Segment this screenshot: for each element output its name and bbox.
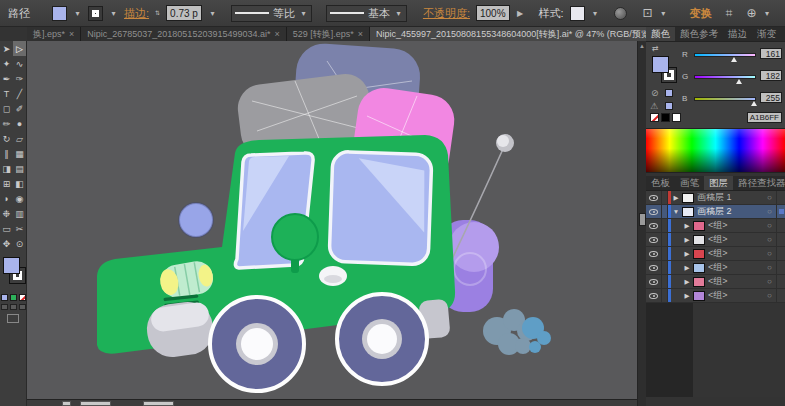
stroke-dropdown-icon[interactable]: ▾ <box>109 9 118 18</box>
hex-value[interactable]: A1B6FF <box>747 112 782 123</box>
tool-add-anchor[interactable]: ✑ <box>13 71 26 86</box>
group-row[interactable]: ▶ <组> ○ <box>646 275 785 289</box>
expand-triangle-icon[interactable]: ▶ <box>682 222 692 230</box>
group-row[interactable]: ▶ <组> ○ <box>646 233 785 247</box>
tool-blob-brush[interactable]: ● <box>13 116 26 131</box>
close-icon[interactable]: × <box>274 29 279 39</box>
target-icon[interactable]: ○ <box>763 249 776 258</box>
opacity-value[interactable]: 100% <box>476 5 510 21</box>
tool-direct-selection[interactable]: ▷ <box>13 41 26 56</box>
layer-name[interactable]: 画稿层 1 <box>697 191 763 204</box>
target-icon[interactable]: ○ <box>763 277 776 286</box>
tool-pencil[interactable]: ✏ <box>0 116 13 131</box>
black-swatch[interactable] <box>661 113 670 122</box>
tool-paintbrush[interactable]: ✐ <box>13 101 26 116</box>
tab-pathfinder[interactable]: 路径查找器 <box>733 176 785 190</box>
tool-column-graph[interactable]: ▥ <box>13 206 26 221</box>
doc-tab-1[interactable]: 换].eps* × <box>27 27 81 41</box>
expand-triangle-icon[interactable]: ▶ <box>671 194 681 202</box>
target-icon[interactable]: ○ <box>763 207 776 216</box>
visibility-toggle[interactable] <box>646 191 662 204</box>
channel-r-slider[interactable] <box>694 53 756 57</box>
channel-g-value[interactable]: 182 <box>760 70 782 81</box>
close-icon[interactable]: × <box>69 29 74 39</box>
zoom-box[interactable] <box>62 401 71 406</box>
artwork-car[interactable] <box>27 41 637 399</box>
selection-column[interactable] <box>776 275 785 288</box>
tool-hand[interactable]: ✥ <box>0 236 13 251</box>
group-thumbnail[interactable] <box>693 263 705 273</box>
select-similar-icon[interactable]: ⊡ <box>643 6 653 20</box>
group-thumbnail[interactable] <box>693 235 705 245</box>
scrollbar-thumb[interactable] <box>639 213 646 226</box>
tool-scale[interactable]: ▱ <box>13 131 26 146</box>
fill-color-swatch[interactable] <box>52 6 67 21</box>
tool-artboard[interactable]: ▭ <box>0 221 13 236</box>
screen-mode-button[interactable] <box>7 314 19 323</box>
draw-inside-button[interactable] <box>19 304 26 310</box>
doc-tab-4-active[interactable]: Nipic_455997_20150808155348604000[转换].ai… <box>370 27 646 41</box>
group-row[interactable]: ▶ <组> ○ <box>646 219 785 233</box>
door-handle[interactable] <box>319 266 347 286</box>
tab-color-guide[interactable]: 颜色参考 <box>675 27 723 41</box>
none-swatch[interactable] <box>650 113 659 122</box>
web-safe-swatch[interactable] <box>665 89 673 97</box>
tool-perspective-grid[interactable]: ▤ <box>13 161 26 176</box>
width-profile-dropdown[interactable]: 等比 ▾ <box>231 5 312 22</box>
target-icon[interactable]: ○ <box>763 291 776 300</box>
layer-row-selected[interactable]: ▼ 画稿层 2 ○ <box>646 205 785 219</box>
close-icon[interactable]: × <box>358 29 363 39</box>
group-thumbnail[interactable] <box>693 277 705 287</box>
tool-free-transform[interactable]: ▦ <box>13 146 26 161</box>
draw-behind-button[interactable] <box>10 304 17 310</box>
group-name[interactable]: <组> <box>708 219 763 232</box>
tool-line-segment[interactable]: ╱ <box>13 86 26 101</box>
group-row[interactable]: ▶ <组> ○ <box>646 261 785 275</box>
channel-b-slider[interactable] <box>694 97 756 101</box>
stroke-weight-link[interactable]: 描边: <box>124 6 149 21</box>
brush-definition-dropdown[interactable]: 基本 ▾ <box>326 5 407 22</box>
group-row[interactable]: ▶ <组> ○ <box>646 289 785 303</box>
tool-slice[interactable]: ✂ <box>13 221 26 236</box>
tool-blend[interactable]: ◉ <box>13 191 26 206</box>
tool-rotate[interactable]: ↻ <box>0 131 13 146</box>
layer-thumbnail[interactable] <box>682 193 694 203</box>
align-icon[interactable]: ⌗ <box>726 6 733 20</box>
tab-swatches[interactable]: 色板 <box>646 176 675 190</box>
selection-column[interactable] <box>776 205 785 218</box>
select-similar-dropdown-icon[interactable]: ▾ <box>659 9 668 18</box>
target-icon[interactable]: ○ <box>763 221 776 230</box>
rear-wheel[interactable] <box>337 294 427 384</box>
layer-thumbnail[interactable] <box>682 207 694 217</box>
expand-triangle-icon[interactable]: ▶ <box>682 250 692 258</box>
exhaust-smoke[interactable] <box>483 309 551 355</box>
selection-column[interactable] <box>776 233 785 246</box>
visibility-toggle[interactable] <box>646 289 662 302</box>
tool-eyedropper[interactable]: ◗ <box>0 191 13 206</box>
gradient-mode-button[interactable] <box>10 294 17 301</box>
tool-width[interactable]: ∥ <box>0 146 13 161</box>
white-swatch[interactable] <box>672 113 681 122</box>
visibility-toggle[interactable] <box>646 247 662 260</box>
selection-column[interactable] <box>776 261 785 274</box>
target-icon[interactable]: ○ <box>763 193 776 202</box>
stroke-color-swatch[interactable] <box>88 6 103 21</box>
tab-layers[interactable]: 图层 <box>704 176 733 190</box>
expand-triangle-icon[interactable]: ▶ <box>682 292 692 300</box>
doc-tab-3[interactable]: 529 [转换].eps* × <box>287 27 370 41</box>
visibility-toggle[interactable] <box>646 261 662 274</box>
scroll-up-icon[interactable]: ▲ <box>638 41 646 49</box>
group-name[interactable]: <组> <box>708 247 763 260</box>
group-name[interactable]: <组> <box>708 289 763 302</box>
tool-shape-builder[interactable]: ◨ <box>0 161 13 176</box>
layer-row[interactable]: ▶ 画稿层 1 ○ <box>646 191 785 205</box>
doc-tab-2[interactable]: Nipic_26785037_20180515203915499034.ai* … <box>81 27 286 41</box>
expand-triangle-icon[interactable]: ▶ <box>682 278 692 286</box>
selection-column[interactable] <box>776 191 785 204</box>
group-name[interactable]: <组> <box>708 233 763 246</box>
layer-name[interactable]: 画稿层 2 <box>697 205 763 218</box>
visibility-toggle[interactable] <box>646 205 662 218</box>
none-mode-button[interactable] <box>19 294 26 301</box>
visibility-toggle[interactable] <box>646 233 662 246</box>
options-dropdown-icon[interactable]: ▾ <box>763 9 772 18</box>
